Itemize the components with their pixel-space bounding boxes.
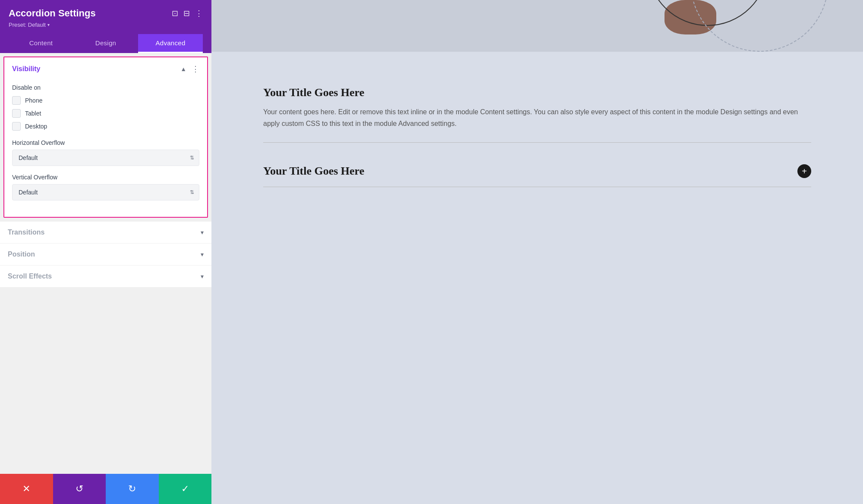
- phone-checkbox-item[interactable]: Phone: [12, 96, 199, 105]
- visibility-header-right: ▲ ⋮: [180, 64, 199, 74]
- vertical-overflow-select[interactable]: Default Visible Hidden Scroll Auto: [12, 184, 199, 200]
- visibility-section: Visibility ▲ ⋮ Disable on Phone Tablet: [3, 56, 208, 218]
- visibility-section-header[interactable]: Visibility ▲ ⋮: [4, 57, 207, 81]
- transitions-collapse-icon[interactable]: ▾: [201, 229, 204, 236]
- panel-tabs: Content Design Advanced: [9, 34, 203, 53]
- settings-panel: Accordion Settings ⊡ ⊟ ⋮ Preset: Default…: [0, 0, 211, 504]
- tab-content[interactable]: Content: [9, 34, 73, 53]
- scroll-effects-collapse-icon[interactable]: ▾: [201, 273, 204, 280]
- transitions-header[interactable]: Transitions ▾: [0, 222, 211, 243]
- top-decoration: [211, 0, 863, 52]
- cancel-icon: ✕: [22, 483, 30, 495]
- visibility-body: Disable on Phone Tablet Desktop: [4, 81, 207, 217]
- preset-label: Preset: Default: [9, 22, 46, 28]
- scroll-effects-title: Scroll Effects: [8, 272, 52, 280]
- panel-title-row: Accordion Settings ⊡ ⊟ ⋮: [9, 8, 203, 19]
- columns-icon[interactable]: ⊟: [183, 9, 190, 18]
- accordion-item-2-toggle[interactable]: +: [797, 164, 811, 178]
- position-header[interactable]: Position ▾: [0, 244, 211, 265]
- horizontal-overflow-label: Horizontal Overflow: [12, 139, 199, 146]
- cancel-button[interactable]: ✕: [0, 474, 53, 504]
- desktop-label: Desktop: [25, 123, 47, 130]
- panel-header-icons: ⊡ ⊟ ⋮: [172, 9, 203, 18]
- accordion-item-1-title: Your Title Goes Here: [263, 86, 811, 99]
- horizontal-overflow-group: Horizontal Overflow Default Visible Hidd…: [12, 139, 199, 166]
- circle-outline-decoration: [690, 0, 828, 52]
- page-preview: Your Title Goes Here Your content goes h…: [211, 0, 863, 504]
- visibility-collapse-icon[interactable]: ▲: [180, 66, 186, 72]
- save-icon: ✓: [181, 483, 189, 495]
- phone-label: Phone: [25, 97, 42, 104]
- bottom-toolbar: ✕ ↺ ↻ ✓: [0, 474, 211, 504]
- transitions-section: Transitions ▾: [0, 221, 211, 243]
- disable-on-checkboxes: Phone Tablet Desktop: [12, 96, 199, 131]
- accordion-preview: Your Title Goes Here Your content goes h…: [211, 52, 863, 504]
- resize-icon[interactable]: ⊡: [172, 9, 178, 18]
- horizontal-overflow-select[interactable]: Default Visible Hidden Scroll Auto: [12, 150, 199, 166]
- accordion-plus-icon: +: [802, 166, 807, 176]
- accordion-item-1: Your Title Goes Here Your content goes h…: [263, 86, 811, 143]
- horizontal-overflow-wrapper: Default Visible Hidden Scroll Auto ⇅: [12, 150, 199, 166]
- panel-title: Accordion Settings: [9, 8, 96, 19]
- scroll-effects-section: Scroll Effects ▾: [0, 265, 211, 287]
- desktop-checkbox[interactable]: [12, 122, 21, 131]
- visibility-title: Visibility: [12, 65, 41, 73]
- phone-checkbox[interactable]: [12, 96, 21, 105]
- position-title: Position: [8, 250, 35, 258]
- accordion-item-1-text: Your content goes here. Edit or remove t…: [263, 106, 811, 129]
- redo-icon: ↻: [128, 483, 136, 495]
- undo-button[interactable]: ↺: [53, 474, 106, 504]
- tablet-checkbox-item[interactable]: Tablet: [12, 109, 199, 118]
- accordion-item-2-title: Your Title Goes Here: [263, 165, 364, 178]
- accordion-item-2[interactable]: Your Title Goes Here +: [263, 156, 811, 187]
- desktop-checkbox-item[interactable]: Desktop: [12, 122, 199, 131]
- vertical-overflow-wrapper: Default Visible Hidden Scroll Auto ⇅: [12, 184, 199, 200]
- position-section: Position ▾: [0, 243, 211, 265]
- vertical-overflow-label: Vertical Overflow: [12, 174, 199, 181]
- redo-button[interactable]: ↻: [106, 474, 159, 504]
- disable-on-label: Disable on: [12, 84, 199, 91]
- position-collapse-icon[interactable]: ▾: [201, 251, 204, 258]
- tablet-label: Tablet: [25, 110, 41, 117]
- tablet-checkbox[interactable]: [12, 109, 21, 118]
- panel-content: Visibility ▲ ⋮ Disable on Phone Tablet: [0, 53, 211, 474]
- vertical-overflow-group: Vertical Overflow Default Visible Hidden…: [12, 174, 199, 200]
- save-button[interactable]: ✓: [159, 474, 212, 504]
- visibility-more-icon[interactable]: ⋮: [192, 64, 199, 74]
- tab-advanced[interactable]: Advanced: [138, 34, 203, 53]
- preset-arrow: ▾: [47, 22, 50, 27]
- transitions-title: Transitions: [8, 229, 44, 236]
- preset-selector[interactable]: Preset: Default ▾: [9, 22, 203, 28]
- scroll-effects-header[interactable]: Scroll Effects ▾: [0, 266, 211, 287]
- undo-icon: ↺: [76, 483, 83, 495]
- panel-header: Accordion Settings ⊡ ⊟ ⋮ Preset: Default…: [0, 0, 211, 53]
- more-icon[interactable]: ⋮: [195, 9, 203, 18]
- tab-design[interactable]: Design: [73, 34, 138, 53]
